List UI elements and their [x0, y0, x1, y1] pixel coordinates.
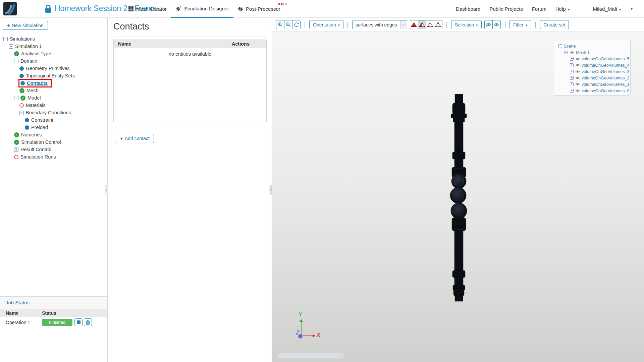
- triangle-points-icon: [435, 22, 441, 27]
- tree-item-contacts[interactable]: Contacts: [0, 79, 107, 87]
- new-simulation-button[interactable]: New simulation: [3, 21, 48, 30]
- more-menu-chevron-icon[interactable]: [631, 7, 633, 11]
- add-contact-button[interactable]: Add contact: [116, 134, 154, 143]
- expand-box-icon[interactable]: [570, 63, 574, 67]
- scene-node-volume[interactable]: volumeOnGeoVolumes_4: [554, 62, 630, 68]
- tab-post-processor[interactable]: Post-Processor BETA: [233, 0, 285, 18]
- expand-box-icon[interactable]: [570, 89, 574, 93]
- 3d-viewport[interactable]: Scene Mesh 1 volumeOnGeoVolumes_5 volume…: [272, 32, 644, 362]
- expand-box-icon[interactable]: [570, 76, 574, 80]
- check-icon: [19, 88, 24, 93]
- scene-node-mesh[interactable]: Mesh 1: [554, 49, 630, 56]
- eye-icon[interactable]: [570, 51, 574, 54]
- scene-node-volume[interactable]: volumeOnGeoVolumes_3: [554, 68, 630, 75]
- scene-node-volume[interactable]: volumeOnGeoVolumes_2: [554, 75, 630, 81]
- create-set-button[interactable]: Create set: [540, 20, 569, 29]
- stop-job-button[interactable]: [74, 318, 83, 326]
- tree-item-numerics[interactable]: Numerics: [0, 131, 107, 138]
- tree-item-materials[interactable]: Materials: [0, 102, 107, 109]
- chevron-down-icon: [476, 22, 478, 27]
- toolbar-separator: [535, 22, 536, 28]
- tree-item-result-control[interactable]: Result Control: [0, 146, 107, 153]
- filter-dropdown[interactable]: Filter: [509, 20, 531, 29]
- resize-grip-icon[interactable]: [626, 91, 629, 95]
- render-style-button-group: [410, 20, 442, 29]
- expand-box-icon[interactable]: [570, 57, 574, 61]
- expand-box-icon[interactable]: [14, 147, 18, 152]
- job-status-title: Job Status: [0, 297, 107, 309]
- eye-icon[interactable]: [575, 70, 580, 73]
- dot-icon: [25, 118, 29, 122]
- surfaces-mode-button[interactable]: [410, 20, 418, 29]
- collapse-box-icon[interactable]: [19, 111, 24, 115]
- tab-mesh-creator[interactable]: Mesh Creator: [124, 0, 171, 18]
- tree-item-analysis-type[interactable]: Analysis Type: [0, 50, 107, 57]
- chevron-down-icon: [526, 22, 528, 27]
- nav-help-menu[interactable]: Help: [555, 6, 570, 12]
- nav-public-projects[interactable]: Public Projects: [489, 6, 523, 12]
- scene-node-volume[interactable]: volumeOnGeoVolumes_1: [554, 81, 630, 87]
- hide-selection-button[interactable]: [484, 20, 493, 29]
- surfaces-with-edges-mode-button[interactable]: [418, 20, 426, 29]
- eye-icon[interactable]: [575, 64, 580, 67]
- points-mode-button[interactable]: [434, 20, 442, 29]
- show-selection-button[interactable]: [492, 20, 501, 29]
- zoom-in-button[interactable]: [276, 20, 284, 29]
- contacts-panel: Contacts Name Actions no entities availa…: [108, 18, 271, 362]
- mesh-model[interactable]: [449, 94, 469, 302]
- collapse-box-icon[interactable]: [564, 51, 568, 54]
- tree-item-simulations[interactable]: Simulations: [0, 35, 107, 43]
- collapse-box-icon[interactable]: [14, 59, 18, 63]
- dot-icon: [20, 81, 25, 85]
- tab-simulation-designer[interactable]: Simulation Designer: [171, 0, 233, 18]
- refresh-view-button[interactable]: [292, 20, 301, 29]
- nav-dashboard[interactable]: Dashboard: [456, 6, 480, 12]
- delete-job-button[interactable]: [84, 318, 92, 326]
- tree-item-constraint[interactable]: Constraint: [0, 116, 107, 124]
- collapse-box-icon[interactable]: [558, 44, 562, 48]
- user-menu[interactable]: Milad_Mafi: [593, 6, 621, 12]
- expand-box-icon[interactable]: [570, 82, 574, 86]
- job-status-row: Operation 1 Finished: [0, 317, 107, 327]
- selection-dropdown[interactable]: Selection: [451, 20, 482, 29]
- tree-item-simulation-control[interactable]: Simulation Control: [0, 138, 107, 146]
- job-name: Operation 1: [0, 320, 42, 325]
- wireframe-mode-button[interactable]: [426, 20, 434, 29]
- orientation-dropdown[interactable]: Orientation: [309, 20, 343, 29]
- eye-icon[interactable]: [575, 89, 580, 92]
- empty-message: no entities available: [114, 51, 266, 57]
- panel-resize-handle[interactable]: [269, 185, 272, 195]
- scene-node-volume[interactable]: volumeOnGeoVolumes_5: [554, 56, 630, 62]
- status-badge: Finished: [42, 319, 72, 326]
- scene-node-root[interactable]: Scene: [554, 43, 630, 49]
- tree-item-simulation-runs[interactable]: Simulation Runs: [0, 153, 107, 161]
- beta-badge: BETA: [278, 2, 287, 5]
- expand-box-icon[interactable]: [570, 70, 574, 73]
- tree-item-boundary-conditions[interactable]: Boundary Conditions: [0, 109, 107, 116]
- tree-item-mesh[interactable]: Mesh: [0, 87, 107, 94]
- tree-item-domain[interactable]: Domain: [0, 57, 107, 65]
- collapse-box-icon[interactable]: [14, 96, 18, 100]
- tree-item-geometry-primitives[interactable]: Geometry Primitives: [0, 65, 107, 72]
- render-mode-select[interactable]: surfaces with edges: [352, 20, 407, 29]
- resize-grip-icon[interactable]: [339, 354, 342, 359]
- simscale-logo[interactable]: [3, 2, 17, 15]
- simulation-tree: Simulations Simulation 1 Analysis Type D…: [0, 35, 107, 161]
- tree-item-topological-entity-sets[interactable]: Topological Entity Sets: [0, 72, 107, 79]
- collapsed-panel-bar[interactable]: [278, 353, 344, 359]
- contacts-table: Name Actions no entities available: [113, 40, 267, 122]
- todo-circle-icon: [19, 103, 24, 108]
- collapse-box-icon[interactable]: [9, 44, 13, 49]
- scene-node-volume[interactable]: volumeOnGeoVolumes_0: [554, 87, 630, 94]
- eye-icon[interactable]: [575, 76, 580, 79]
- check-icon: [20, 96, 25, 101]
- sidebar-resize-handle[interactable]: [105, 185, 108, 195]
- collapse-box-icon[interactable]: [3, 37, 8, 41]
- zoom-out-button[interactable]: [284, 20, 292, 29]
- tree-item-model[interactable]: Model: [0, 94, 107, 102]
- eye-icon[interactable]: [575, 83, 580, 86]
- nav-forum[interactable]: Forum: [532, 6, 546, 12]
- eye-icon[interactable]: [575, 57, 580, 60]
- tree-item-simulation-1[interactable]: Simulation 1: [0, 43, 107, 50]
- tree-item-preload[interactable]: Preload: [0, 124, 107, 131]
